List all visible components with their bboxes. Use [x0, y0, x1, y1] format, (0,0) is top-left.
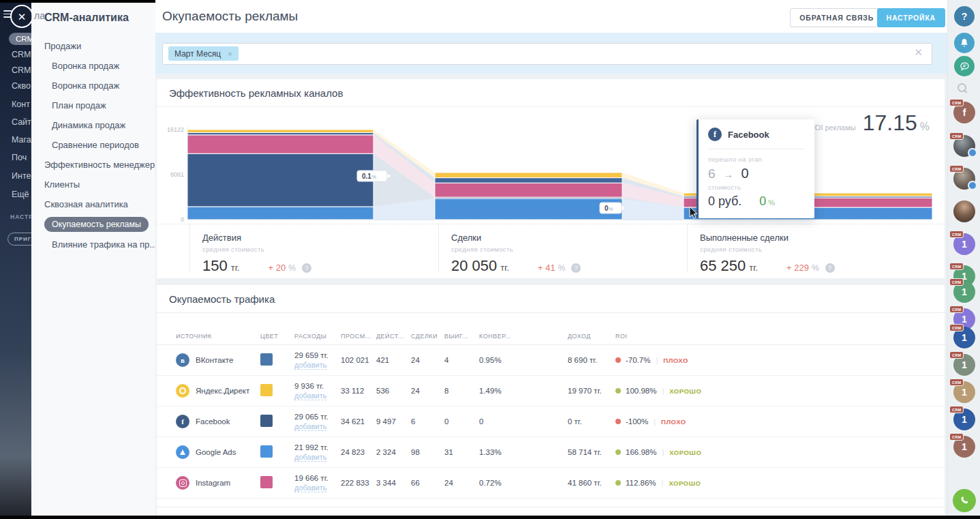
menu-item[interactable]: Воронка продаж — [31, 76, 155, 95]
chat-icon[interactable] — [954, 56, 975, 76]
column-header[interactable]: ДОХОД — [568, 333, 615, 340]
conversion-cell: 0.95% — [479, 356, 568, 364]
stat-delta-unit: % — [288, 263, 296, 273]
menu-item[interactable]: Сравнение периодов — [31, 135, 155, 155]
menu-item[interactable]: План продаж — [31, 95, 155, 115]
deals-cell: 24 — [411, 356, 444, 364]
crm-badge: CRM — [949, 99, 964, 106]
app-sidebar-item[interactable]: CRM — [12, 50, 31, 59]
column-header[interactable]: ВЫИГ... — [444, 333, 479, 340]
app-sidebar-item[interactable]: Поч — [12, 153, 27, 162]
source-cell: Яндекс.Директ — [176, 384, 260, 398]
roi-cell: 166.98%|ХОРОШО — [615, 448, 932, 456]
add-spend-link[interactable]: добавить — [294, 484, 326, 492]
color-swatch[interactable] — [260, 476, 273, 488]
income-cell: 41 860 тг. — [568, 479, 615, 487]
column-header[interactable]: ДЕЙСТ... — [376, 333, 411, 340]
status-dot — [615, 449, 621, 455]
spend-value: 29 065 тг. — [294, 413, 341, 421]
divider: | — [662, 387, 664, 395]
phone-icon[interactable] — [953, 489, 976, 512]
table-row: fFacebook29 065 тг.добавить34 6219 49760… — [157, 406, 945, 437]
app-sidebar-item[interactable]: Инте — [12, 171, 31, 181]
color-swatch[interactable] — [260, 415, 273, 427]
bell-icon[interactable] — [954, 33, 975, 53]
entity-avatar[interactable]: 1CRM — [953, 354, 975, 376]
menu-item[interactable]: Клиенты — [31, 175, 155, 194]
status-dot — [615, 480, 621, 486]
stat-sublabel: средняя стоимость — [451, 246, 685, 253]
app-sidebar-item[interactable]: Конт — [12, 100, 30, 109]
entity-avatar[interactable]: 1CRM — [953, 436, 975, 458]
settings-button[interactable]: НАСТРОЙКА — [877, 8, 945, 27]
help-icon[interactable]: ? — [825, 263, 835, 273]
chart-tooltip: f Facebook перешло на этап 6 → 0 стоимос… — [696, 119, 814, 218]
source-name: Instagram — [196, 479, 230, 487]
color-swatch[interactable] — [260, 445, 273, 458]
column-header[interactable]: ЦВЕТ — [260, 333, 294, 340]
column-header[interactable]: КОНВЕР... — [479, 333, 568, 340]
feedback-button[interactable]: ОБРАТНАЯ СВЯЗЬ — [790, 8, 883, 27]
close-menu-button[interactable]: ✕ — [10, 5, 33, 28]
roi-cell: 100.98%|ХОРОШО — [615, 387, 932, 395]
app-sidebar-item[interactable]: Ещё — [12, 190, 29, 199]
menu-item[interactable]: Динамика продаж — [31, 115, 155, 135]
add-spend-link[interactable]: добавить — [294, 361, 326, 370]
sidebar-invite-button[interactable]: ПРИГЛ — [7, 233, 31, 246]
color-swatch[interactable] — [260, 384, 273, 396]
help-icon[interactable]: ? — [571, 263, 581, 273]
status-badge: ПЛОХО — [663, 357, 688, 364]
search-icon[interactable] — [958, 83, 966, 92]
menu-item[interactable]: Продажи — [31, 36, 155, 56]
clear-filter-icon[interactable]: ✕ — [914, 46, 923, 59]
views-cell: 34 621 — [341, 417, 376, 426]
menu-item[interactable]: Сквозная аналитика — [31, 194, 155, 214]
help-icon[interactable]: ? — [302, 263, 311, 273]
menu-item[interactable]: Влияние трафика на пр... — [31, 235, 155, 254]
filter-chip[interactable]: Март Месяц × — [168, 46, 239, 61]
app-sidebar-item[interactable]: Сайт — [12, 117, 31, 127]
entity-avatar[interactable]: 1CRM — [953, 409, 975, 430]
entity-avatar[interactable]: fCRM — [953, 102, 975, 123]
column-header[interactable]: СДЕЛКИ — [411, 333, 444, 340]
entity-avatar[interactable]: 1CRM — [953, 233, 975, 255]
app-sidebar-item[interactable]: CRM — [9, 33, 31, 45]
help-icon[interactable]: ? — [954, 6, 975, 27]
app-sidebar-item[interactable]: Скво — [12, 81, 31, 91]
entity-avatar[interactable]: 1CRM — [953, 327, 975, 349]
source-cell: Instagram — [176, 476, 260, 490]
status-dot — [615, 388, 621, 394]
menu-item[interactable]: Эффективность менеджер... — [31, 155, 155, 175]
app-sidebar-item[interactable]: CRM — [12, 65, 31, 75]
column-header[interactable]: РАСХОДЫ — [294, 333, 341, 340]
won-cell: 31 — [444, 448, 479, 456]
add-spend-link[interactable]: добавить — [294, 422, 326, 431]
color-swatch[interactable] — [260, 353, 273, 366]
user-avatar[interactable]: CRM — [953, 168, 975, 190]
menu-item[interactable]: Окупаемость рекламы — [31, 214, 155, 235]
avatar-glyph: 1 — [962, 332, 967, 343]
user-avatar[interactable] — [953, 201, 975, 222]
roi-value: 100.98% — [626, 387, 656, 395]
conversion-cell: 0 — [479, 417, 568, 426]
entity-avatar[interactable]: 1CRM — [953, 381, 975, 403]
app-sidebar-item[interactable]: Мага — [12, 135, 31, 145]
column-header[interactable]: ИСТОЧНИК — [176, 333, 260, 340]
column-header[interactable]: ROI — [615, 333, 932, 340]
user-avatar[interactable]: CRM — [953, 135, 975, 157]
column-header[interactable]: ПРОСМ... — [341, 333, 376, 340]
add-spend-link[interactable]: добавить — [294, 391, 326, 400]
filter-input[interactable]: Март Месяц × ✕ — [162, 43, 932, 65]
facebook-icon: f — [708, 128, 722, 141]
stat-title: Сделки — [451, 233, 685, 243]
add-spend-link[interactable]: добавить — [294, 453, 326, 462]
sidebar-settings-label[interactable]: НАСТР — [10, 213, 31, 220]
menu-item-selected[interactable]: Окупаемость рекламы — [44, 217, 149, 232]
tooltip-cost-percent: 0 — [759, 194, 766, 209]
won-cell: 8 — [444, 387, 479, 395]
menu-item[interactable]: Воронка продаж — [31, 56, 155, 76]
deals-cell: 6 — [411, 417, 444, 426]
entity-avatar[interactable]: 1CRM — [953, 281, 975, 303]
chip-remove-icon[interactable]: × — [228, 50, 232, 58]
spend-cell: 29 065 тг.добавить — [294, 413, 341, 431]
